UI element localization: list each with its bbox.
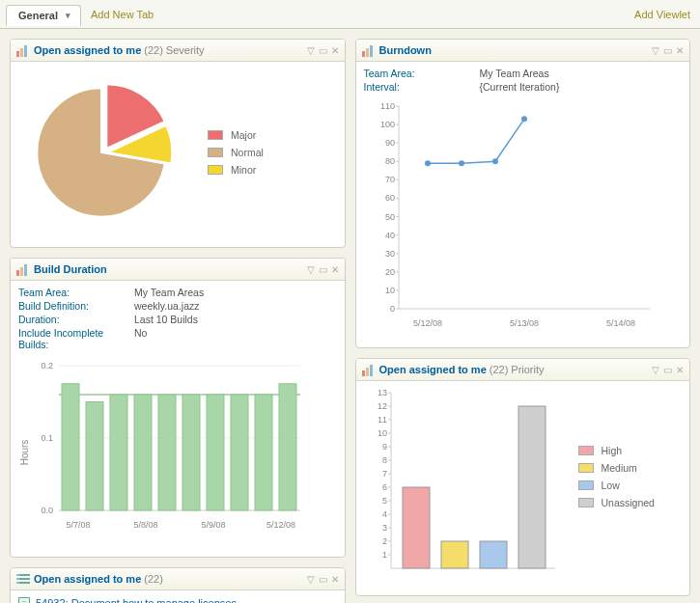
viewlet-title[interactable]: Build Duration	[34, 263, 107, 275]
svg-text:0.1: 0.1	[41, 433, 53, 443]
viewlet-header: Open assigned to me (22) Priority ▽ ▭ ✕	[356, 359, 690, 381]
close-icon[interactable]: ✕	[331, 45, 339, 56]
svg-text:5/13/08: 5/13/08	[509, 318, 538, 328]
legend-item: Unassigned	[578, 497, 655, 508]
y-axis-label: Hours	[19, 440, 30, 466]
collapse-icon[interactable]: ▽	[307, 45, 315, 56]
svg-text:10: 10	[384, 286, 394, 295]
swatch-icon	[578, 463, 594, 473]
svg-rect-84	[480, 541, 507, 568]
svg-point-47	[425, 160, 431, 166]
svg-text:12: 12	[377, 401, 386, 411]
svg-text:7: 7	[381, 469, 386, 479]
svg-rect-85	[518, 406, 546, 568]
viewlet-body: Team Area:My Team Areas Build Definition…	[11, 281, 345, 557]
viewlet-workitems: Open assigned to me (22) ▽ ▭ ✕ ≡ 54932: …	[10, 567, 346, 603]
viewlet-count: (22)	[144, 573, 163, 585]
viewlet-body: 12345678910111213 High Medium Low Unassi…	[356, 381, 690, 595]
close-icon[interactable]: ✕	[676, 45, 684, 56]
maximize-icon[interactable]: ▭	[663, 45, 672, 56]
viewlet-subtitle: Priority	[511, 364, 544, 375]
svg-point-50	[521, 116, 527, 122]
close-icon[interactable]: ✕	[331, 574, 339, 585]
collapse-icon[interactable]: ▽	[307, 574, 315, 585]
chart-icon	[362, 43, 376, 57]
burndown-meta: Team Area:My Team Areas Interval:{Curren…	[364, 68, 683, 93]
swatch-icon	[208, 130, 223, 140]
viewlet-priority: Open assigned to me (22) Priority ▽ ▭ ✕ …	[355, 358, 691, 596]
viewlet-subtitle: Severity	[166, 44, 205, 56]
viewlet-title[interactable]: Burndown	[379, 44, 432, 56]
viewlet-severity: Open assigned to me (22) Severity ▽ ▭ ✕	[10, 39, 346, 248]
viewlet-title[interactable]: Open assigned to me	[34, 44, 141, 56]
maximize-icon[interactable]: ▭	[319, 574, 327, 585]
build-duration-chart: 0.0 0.1 0.2 5/7/08 5/8/08 5/9/08	[18, 356, 318, 549]
workitem-row[interactable]: ≡ 54932: Document how to manage licenses	[18, 594, 337, 603]
svg-text:4: 4	[381, 509, 386, 519]
svg-rect-13	[207, 395, 224, 510]
tab-dropdown-icon[interactable]: ▾	[66, 11, 70, 20]
svg-text:6: 6	[381, 482, 386, 492]
swatch-icon	[208, 148, 223, 157]
svg-text:60: 60	[384, 193, 394, 203]
right-column: Burndown ▽ ▭ ✕ Team Area:My Team Areas I…	[355, 39, 691, 603]
svg-text:11: 11	[377, 415, 386, 425]
add-new-tab-link[interactable]: Add New Tab	[91, 9, 154, 20]
collapse-icon[interactable]: ▽	[652, 365, 659, 375]
viewlet-body: Major Normal Minor	[11, 62, 345, 247]
svg-text:2: 2	[381, 536, 386, 546]
svg-rect-11	[158, 395, 176, 510]
swatch-icon	[578, 480, 594, 490]
add-viewlet-link[interactable]: Add Viewlet	[634, 9, 690, 20]
viewlet-build-duration: Build Duration ▽ ▭ ✕ Team Area:My Team A…	[10, 258, 346, 558]
svg-text:70: 70	[384, 175, 394, 184]
legend-item: High	[578, 445, 655, 456]
svg-text:13: 13	[377, 388, 386, 397]
maximize-icon[interactable]: ▭	[319, 45, 327, 56]
maximize-icon[interactable]: ▭	[319, 264, 327, 275]
svg-text:110: 110	[379, 101, 394, 111]
svg-rect-9	[110, 395, 127, 510]
svg-point-49	[492, 158, 498, 164]
viewlet-header: Open assigned to me (22) Severity ▽ ▭ ✕	[11, 40, 345, 62]
workitem-label: 54932: Document how to manage licenses	[36, 597, 237, 603]
legend-item: Major	[208, 129, 264, 141]
chart-icon	[16, 43, 30, 57]
collapse-icon[interactable]: ▽	[307, 264, 315, 275]
priority-chart: 12345678910111213	[364, 387, 567, 589]
collapse-icon[interactable]: ▽	[652, 45, 659, 56]
severity-legend: Major Normal Minor	[208, 129, 264, 176]
svg-rect-83	[441, 541, 468, 568]
svg-text:5/14/08: 5/14/08	[605, 318, 634, 328]
tab-bar: General ▾ Add New Tab Add Viewlet	[0, 0, 700, 29]
svg-text:5/8/08: 5/8/08	[133, 520, 157, 530]
legend-item: Normal	[208, 147, 264, 158]
svg-text:5/12/08: 5/12/08	[412, 318, 441, 328]
burndown-chart: 0102030405060708090100110 5/12/08 5/13/0…	[364, 98, 673, 340]
svg-text:10: 10	[377, 428, 386, 438]
legend-item: Low	[578, 480, 655, 491]
svg-text:40: 40	[384, 231, 394, 240]
svg-text:0.2: 0.2	[41, 361, 53, 370]
legend-item: Medium	[578, 462, 655, 474]
svg-text:0: 0	[389, 304, 394, 314]
viewlet-header: Build Duration ▽ ▭ ✕	[11, 259, 345, 281]
svg-text:5: 5	[381, 496, 386, 506]
svg-rect-16	[279, 384, 296, 510]
close-icon[interactable]: ✕	[331, 264, 339, 275]
svg-rect-8	[86, 402, 103, 511]
svg-text:3: 3	[381, 523, 386, 533]
viewlet-count: (22)	[490, 364, 509, 375]
viewlet-title[interactable]: Open assigned to me	[34, 573, 141, 585]
build-meta: Team Area:My Team Areas Build Definition…	[18, 287, 337, 350]
viewlet-header: Burndown ▽ ▭ ✕	[356, 40, 690, 62]
tab-general[interactable]: General ▾	[6, 5, 81, 26]
viewlet-title[interactable]: Open assigned to me	[379, 364, 487, 375]
maximize-icon[interactable]: ▭	[663, 365, 672, 375]
viewlet-body: Team Area:My Team Areas Interval:{Curren…	[356, 62, 690, 347]
close-icon[interactable]: ✕	[676, 365, 684, 375]
workitem-list: ≡ 54932: Document how to manage licenses	[11, 590, 345, 603]
svg-text:9: 9	[381, 442, 386, 452]
svg-text:0.0: 0.0	[41, 506, 53, 515]
svg-text:5/12/08: 5/12/08	[266, 520, 295, 530]
